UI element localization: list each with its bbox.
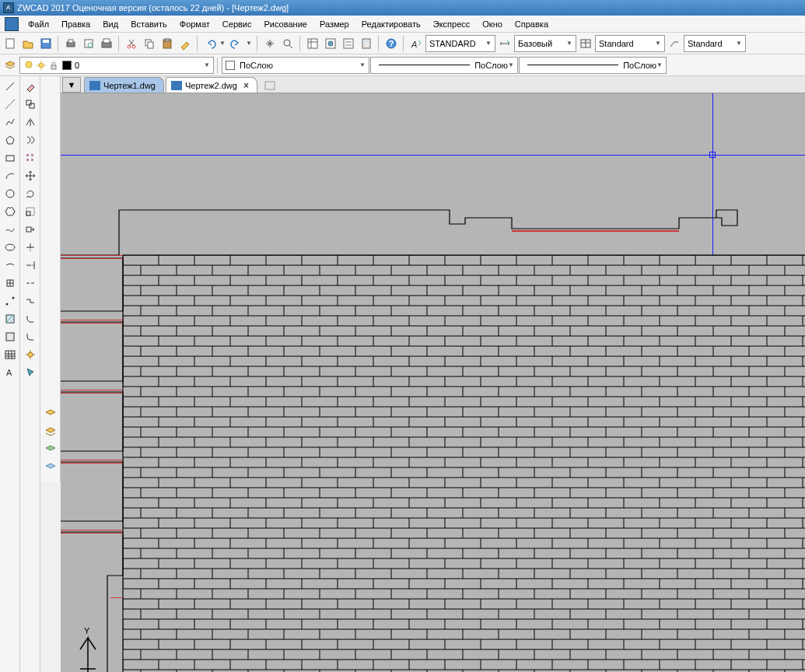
ellipse-arc-tool[interactable] — [2, 257, 19, 274]
rectangle-tool[interactable] — [2, 149, 19, 166]
help-button[interactable]: ? — [383, 35, 400, 52]
layer-combo[interactable]: 0 ▼ — [19, 57, 214, 74]
extend-tool[interactable] — [22, 257, 39, 274]
dimension-style-combo[interactable]: Базовый▼ — [514, 35, 576, 52]
close-tab-icon[interactable]: × — [243, 80, 249, 91]
open-button[interactable] — [19, 35, 37, 52]
layer-manager-button[interactable] — [2, 57, 19, 74]
menu-редактировать[interactable]: Редактировать — [355, 17, 427, 31]
mtext-tool[interactable]: A — [2, 364, 19, 381]
undo-dropdown[interactable]: ▼ — [219, 40, 227, 47]
polygon-tool[interactable] — [2, 131, 19, 149]
insert-block-tool[interactable] — [2, 275, 19, 292]
scale-tool[interactable] — [22, 203, 39, 220]
layer-isolate-tool[interactable] — [42, 441, 59, 458]
construction-line-tool[interactable] — [2, 96, 19, 113]
new-tab-button[interactable] — [262, 79, 278, 93]
layer-freeze-tool[interactable] — [42, 459, 59, 476]
save-button[interactable] — [37, 35, 54, 52]
arc-tool[interactable] — [2, 167, 19, 184]
table-style-combo[interactable]: Standard▼ — [595, 35, 665, 52]
svg-rect-4 — [68, 40, 73, 43]
circle-tool[interactable] — [2, 185, 19, 202]
canvas[interactable]: Y — [61, 93, 805, 672]
redo-button[interactable] — [228, 35, 245, 52]
menu-вид[interactable]: Вид — [96, 17, 124, 31]
zoom-realtime-button[interactable] — [279, 35, 296, 52]
mleader-style-combo[interactable]: Standard▼ — [684, 35, 746, 52]
revcloud-tool[interactable] — [2, 203, 19, 220]
menu-файл[interactable]: Файл — [22, 17, 55, 31]
svg-rect-44 — [31, 154, 33, 156]
menu-экспресс[interactable]: Экспресс — [427, 17, 477, 31]
work-area: A ▼ Чертеж1.dwgЧертеж2.dwg× — [0, 76, 805, 672]
lineweight-value: ПоСлою — [623, 61, 656, 70]
document-tab-0[interactable]: Чертеж1.dwg — [84, 77, 164, 93]
svg-point-35 — [5, 303, 8, 306]
stretch-tool[interactable] — [22, 221, 39, 238]
paste-button[interactable] — [159, 35, 176, 52]
dim-style-icon[interactable] — [496, 35, 513, 52]
cut-button[interactable] — [123, 35, 140, 52]
chamfer-tool[interactable] — [22, 310, 39, 327]
color-combo[interactable]: ПоСлою ▼ — [222, 57, 369, 74]
print-preview-button[interactable] — [80, 35, 97, 52]
menu-окно[interactable]: Окно — [476, 17, 509, 31]
move-tool[interactable] — [22, 167, 39, 184]
copy-button[interactable] — [141, 35, 158, 52]
linetype-combo[interactable]: ПоСлою ▼ — [370, 57, 518, 74]
print-button[interactable] — [62, 35, 79, 52]
redo-dropdown[interactable]: ▼ — [246, 40, 254, 47]
menu-формат[interactable]: Формат — [173, 17, 216, 31]
publish-button[interactable] — [98, 35, 115, 52]
explode-tool[interactable] — [22, 346, 39, 363]
spline-tool[interactable] — [2, 221, 19, 238]
tool-palettes-button[interactable] — [340, 35, 357, 52]
table-style-icon[interactable] — [577, 35, 594, 52]
lineweight-combo[interactable]: ПоСлою ▼ — [519, 57, 667, 74]
properties-button[interactable] — [304, 35, 321, 52]
document-tab-1[interactable]: Чертеж2.dwg× — [166, 77, 257, 93]
join-tool[interactable] — [22, 292, 39, 310]
undo-button[interactable] — [201, 35, 219, 52]
menu-правка[interactable]: Правка — [55, 17, 96, 31]
crosshair-horizontal — [61, 155, 805, 156]
menu-справка[interactable]: Справка — [509, 17, 555, 31]
calculator-button[interactable] — [358, 35, 375, 52]
select-tool[interactable] — [22, 364, 39, 381]
rotate-tool[interactable] — [22, 185, 39, 202]
fillet-tool[interactable] — [22, 328, 39, 345]
text-style-icon[interactable]: A — [408, 35, 425, 52]
point-tool[interactable] — [2, 292, 19, 310]
erase-tool[interactable] — [22, 78, 39, 95]
line-tool[interactable] — [2, 78, 19, 95]
trim-tool[interactable] — [22, 239, 39, 256]
text-style-combo[interactable]: STANDARD▼ — [425, 35, 495, 52]
ellipse-tool[interactable] — [2, 239, 19, 256]
svg-rect-51 — [265, 82, 275, 89]
menu-размер[interactable]: Размер — [313, 17, 355, 31]
menu-сервис[interactable]: Сервис — [216, 17, 258, 31]
new-button[interactable] — [2, 35, 19, 52]
design-center-button[interactable] — [322, 35, 339, 52]
hatch-tool[interactable] — [2, 310, 19, 327]
table-tool[interactable] — [2, 346, 19, 363]
layer-previous-tool[interactable] — [42, 423, 59, 440]
pan-button[interactable] — [261, 35, 278, 52]
region-tool[interactable] — [2, 328, 19, 345]
match-properties-button[interactable] — [177, 35, 194, 52]
app-menu-icon[interactable] — [5, 17, 19, 31]
menu-рисование[interactable]: Рисование — [258, 17, 313, 31]
menu-вставить[interactable]: Вставить — [124, 17, 173, 31]
make-current-tool[interactable] — [42, 405, 59, 422]
array-tool[interactable] — [22, 149, 39, 166]
svg-text:A: A — [411, 40, 417, 49]
tab-list-dropdown[interactable]: ▼ — [62, 77, 81, 93]
lock-icon — [48, 60, 59, 71]
mirror-tool[interactable] — [22, 114, 39, 131]
mleader-style-icon[interactable] — [666, 35, 683, 52]
break-tool[interactable] — [22, 275, 39, 292]
copy-tool[interactable] — [22, 96, 39, 113]
polyline-tool[interactable] — [2, 114, 19, 131]
offset-tool[interactable] — [22, 131, 39, 149]
